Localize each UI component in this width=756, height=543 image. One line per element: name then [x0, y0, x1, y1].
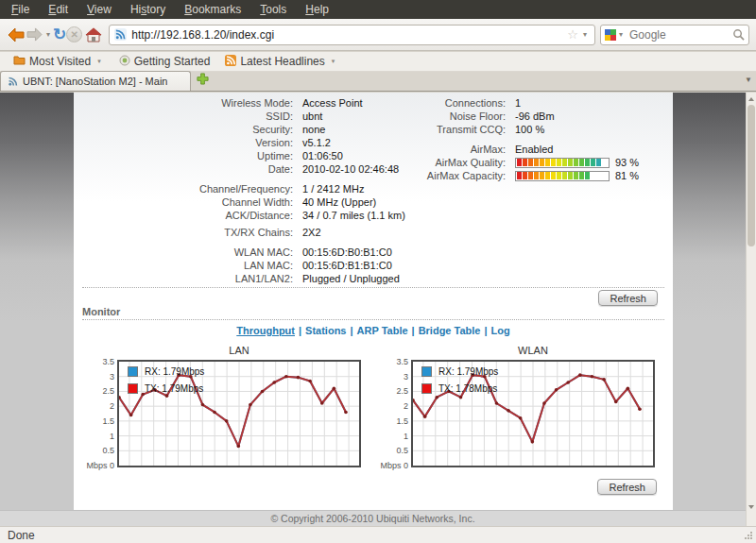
scroll-down-arrow-icon[interactable]	[747, 501, 756, 513]
navigation-toolbar: ▾ ↻ ✕ ☆ ▾ ▾	[0, 19, 756, 51]
stat-value: 100 %	[515, 124, 544, 136]
page-icon	[119, 55, 130, 69]
stat-row: AirMax:Enabled	[357, 143, 639, 156]
search-box[interactable]: ▾	[600, 25, 749, 45]
resize-grip[interactable]	[744, 531, 753, 540]
url-input[interactable]	[131, 28, 565, 42]
page-footer: © Copyright 2006-2010 Ubiquiti Networks,…	[0, 510, 746, 526]
vertical-scrollbar[interactable]	[746, 93, 756, 526]
menu-help[interactable]: Help	[296, 0, 338, 19]
stat-row: Uptime:01:06:50	[74, 149, 405, 162]
magnifier-icon[interactable]	[732, 28, 745, 41]
legend-label: TX: 1.78Mbps	[438, 383, 497, 394]
stat-label: Connections:	[357, 97, 506, 110]
url-dropdown-caret[interactable]: ▾	[580, 30, 590, 39]
reload-button[interactable]: ↻	[53, 23, 66, 47]
dotted-separator	[82, 319, 664, 320]
stat-label: AirMax:	[357, 144, 506, 156]
bookmark-latest-headlines[interactable]: Latest Headlines▾	[217, 52, 345, 72]
stat-label: AirMax Capacity:	[357, 170, 506, 182]
search-engine-caret[interactable]: ▾	[616, 30, 626, 39]
stat-row: Connections:1	[357, 96, 639, 110]
stats-table-right: Connections:1Noise Floor:-96 dBmTransmit…	[357, 96, 639, 182]
stat-row: Noise Floor:-96 dBm	[357, 110, 639, 123]
stat-value: 40 MHz (Upper)	[302, 196, 376, 209]
stat-row: Security:none	[74, 123, 405, 136]
forward-button[interactable]	[26, 23, 43, 47]
stat-label: Uptime:	[74, 150, 293, 162]
stat-value: v5.1.2	[302, 137, 331, 149]
bookmark-star-icon[interactable]: ☆	[565, 27, 580, 42]
lan-chart: LAN3.532.521.510.5Mbps 0RX: 1.79MbpsTX: …	[83, 345, 361, 467]
legend-item: RX: 1.79Mbps	[128, 366, 204, 377]
monitor-link-arp-table[interactable]: ARP Table	[357, 325, 408, 336]
chevron-down-icon: ▾	[329, 58, 338, 65]
monitor-link-bridge-table[interactable]: Bridge Table	[419, 325, 481, 336]
refresh-row-bottom: Refresh	[74, 467, 673, 501]
legend-swatch	[128, 366, 138, 377]
reload-icon: ↻	[53, 26, 66, 42]
chart-title: WLAN	[377, 345, 655, 360]
stat-value: Plugged / Unplugged	[302, 273, 400, 285]
refresh-row-top: Refresh	[74, 288, 673, 306]
stat-value: ubnt	[302, 110, 322, 123]
home-button[interactable]	[85, 23, 102, 47]
stats-table-left: Wireless Mode:Access PointSSID:ubntSecur…	[74, 96, 405, 285]
monitor-link-log[interactable]: Log	[491, 325, 510, 336]
legend-label: RX: 1.79Mbps	[438, 366, 498, 377]
status-text: Done	[8, 529, 35, 542]
stat-value: Access Point	[302, 97, 363, 110]
scrollbar-thumb[interactable]	[747, 105, 755, 246]
stat-label: Channel/Frequency:	[74, 183, 293, 195]
url-bar[interactable]: ☆ ▾	[109, 25, 595, 45]
stat-row: TX/RX Chains:2X2	[74, 226, 405, 239]
page-content: Wireless Mode:Access PointSSID:ubntSecur…	[74, 93, 673, 510]
menu-bar: FileEditViewHistoryBookmarksToolsHelp	[0, 0, 756, 19]
stat-value: 00:15:6D:B1:B1:C0	[302, 260, 392, 272]
airmax-bar	[515, 171, 610, 181]
menu-view[interactable]: View	[77, 0, 121, 19]
list-all-tabs-caret[interactable]: ▼	[745, 76, 752, 84]
refresh-button-top[interactable]: Refresh	[598, 290, 658, 306]
menu-edit[interactable]: Edit	[39, 0, 77, 19]
monitor-link-stations[interactable]: Stations	[305, 325, 346, 336]
stat-value: 2X2	[302, 227, 321, 239]
search-engine-icon[interactable]	[605, 29, 616, 41]
stat-row: Wireless Mode:Access Point	[74, 96, 405, 110]
scroll-up-arrow-icon[interactable]	[747, 93, 756, 105]
stat-value: Enabled	[515, 144, 553, 156]
plus-icon	[197, 73, 209, 85]
stat-label: Date:	[74, 163, 293, 176]
stat-row: Channel/Frequency:1 / 2412 MHz	[74, 182, 405, 195]
stat-label: Noise Floor:	[357, 110, 506, 123]
bookmark-getting-started[interactable]: Getting Started	[112, 52, 218, 72]
charts-row: LAN3.532.521.510.5Mbps 0RX: 1.79MbpsTX: …	[74, 345, 673, 467]
stat-value: 93 %	[615, 157, 639, 169]
stat-label: Channel Width:	[74, 196, 293, 209]
menu-tools[interactable]: Tools	[250, 0, 296, 19]
page-margin-right	[673, 93, 746, 510]
tab-ubnt-main[interactable]: UBNT: [NanoStation M2] - Main	[0, 71, 191, 91]
stat-value: 1 / 2412 MHz	[302, 183, 364, 195]
browser-window: FileEditViewHistoryBookmarksToolsHelp ▾ …	[0, 0, 756, 543]
bookmark-most-visited[interactable]: Most Visited▾	[6, 52, 112, 72]
status-section: Wireless Mode:Access PointSSID:ubntSecur…	[74, 93, 673, 287]
link-separator: |	[295, 325, 305, 336]
monitor-heading: Monitor	[74, 306, 673, 319]
stat-label: Version:	[74, 137, 293, 149]
legend-swatch	[421, 366, 432, 377]
history-dropdown-caret[interactable]: ▾	[43, 30, 53, 39]
stat-value: 81 %	[615, 170, 639, 182]
refresh-button-bottom[interactable]: Refresh	[597, 479, 657, 495]
monitor-link-throughput[interactable]: Throughput	[236, 325, 295, 336]
new-tab-button[interactable]	[197, 72, 209, 89]
stat-row: Date:2010-02-10 02:46:48	[74, 162, 405, 176]
menu-bookmarks[interactable]: Bookmarks	[175, 0, 250, 19]
menu-file[interactable]: File	[2, 0, 39, 19]
back-button[interactable]	[7, 23, 26, 47]
menu-history[interactable]: History	[121, 0, 175, 19]
stop-button[interactable]: ✕	[66, 23, 82, 47]
chart-legend: RX: 1.79MbpsTX: 1.78Mbps	[421, 366, 498, 400]
search-input[interactable]	[629, 28, 732, 42]
stat-value: 01:06:50	[302, 150, 343, 162]
